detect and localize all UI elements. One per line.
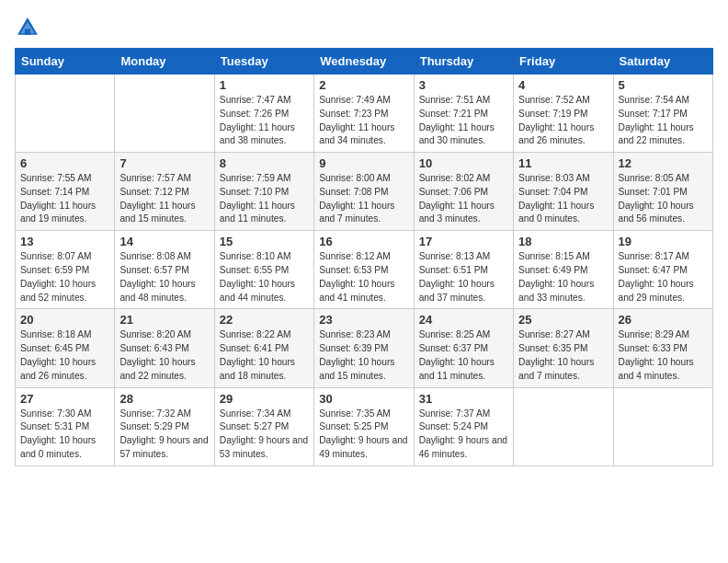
calendar-cell: [613, 387, 712, 465]
day-info: Sunrise: 8:15 AM Sunset: 6:49 PM Dayligh…: [518, 250, 608, 304]
day-number: 24: [419, 313, 508, 327]
day-info: Sunrise: 7:49 AM Sunset: 7:23 PM Dayligh…: [319, 94, 408, 148]
calendar-cell: 14Sunrise: 8:08 AM Sunset: 6:57 PM Dayli…: [115, 231, 214, 309]
day-number: 29: [220, 392, 309, 406]
calendar-cell: 19Sunrise: 8:17 AM Sunset: 6:47 PM Dayli…: [613, 231, 712, 309]
day-info: Sunrise: 7:55 AM Sunset: 7:14 PM Dayligh…: [20, 172, 109, 226]
calendar-cell: 9Sunrise: 8:00 AM Sunset: 7:08 PM Daylig…: [314, 153, 414, 231]
day-number: 5: [619, 78, 708, 92]
calendar-cell: 3Sunrise: 7:51 AM Sunset: 7:21 PM Daylig…: [414, 75, 513, 153]
day-info: Sunrise: 8:27 AM Sunset: 6:35 PM Dayligh…: [518, 328, 608, 383]
day-number: 30: [319, 392, 408, 406]
day-info: Sunrise: 7:30 AM Sunset: 5:31 PM Dayligh…: [20, 408, 109, 462]
calendar-week-row: 20Sunrise: 8:18 AM Sunset: 6:45 PM Dayli…: [16, 309, 713, 387]
day-info: Sunrise: 8:12 AM Sunset: 6:53 PM Dayligh…: [319, 250, 408, 304]
calendar-cell: 30Sunrise: 7:35 AM Sunset: 5:25 PM Dayli…: [314, 387, 414, 465]
calendar-week-row: 27Sunrise: 7:30 AM Sunset: 5:31 PM Dayli…: [16, 387, 713, 465]
day-info: Sunrise: 8:13 AM Sunset: 6:51 PM Dayligh…: [419, 250, 508, 304]
day-number: 2: [319, 78, 408, 92]
day-info: Sunrise: 8:22 AM Sunset: 6:41 PM Dayligh…: [220, 328, 309, 383]
day-number: 19: [619, 235, 708, 248]
calendar-cell: 24Sunrise: 8:25 AM Sunset: 6:37 PM Dayli…: [414, 309, 513, 387]
calendar-week-row: 13Sunrise: 8:07 AM Sunset: 6:59 PM Dayli…: [16, 231, 713, 309]
day-number: 25: [518, 313, 608, 327]
calendar-cell: 18Sunrise: 8:15 AM Sunset: 6:49 PM Dayli…: [514, 231, 613, 309]
day-info: Sunrise: 8:23 AM Sunset: 6:39 PM Dayligh…: [319, 328, 408, 383]
day-number: 7: [119, 156, 209, 170]
calendar-cell: [16, 75, 115, 153]
calendar-cell: 13Sunrise: 8:07 AM Sunset: 6:59 PM Dayli…: [16, 231, 115, 309]
calendar-table: SundayMondayTuesdayWednesdayThursdayFrid…: [15, 48, 713, 466]
day-info: Sunrise: 8:07 AM Sunset: 6:59 PM Dayligh…: [20, 250, 109, 304]
day-number: 4: [518, 78, 608, 92]
header-row: SundayMondayTuesdayWednesdayThursdayFrid…: [16, 49, 713, 75]
calendar-week-row: 6Sunrise: 7:55 AM Sunset: 7:14 PM Daylig…: [16, 153, 713, 231]
calendar-cell: 10Sunrise: 8:02 AM Sunset: 7:06 PM Dayli…: [414, 153, 513, 231]
calendar-cell: 20Sunrise: 8:18 AM Sunset: 6:45 PM Dayli…: [16, 309, 115, 387]
calendar-cell: 7Sunrise: 7:57 AM Sunset: 7:12 PM Daylig…: [115, 153, 214, 231]
day-number: 15: [220, 235, 309, 248]
calendar-header: SundayMondayTuesdayWednesdayThursdayFrid…: [16, 49, 713, 75]
calendar-cell: 31Sunrise: 7:37 AM Sunset: 5:24 PM Dayli…: [414, 387, 513, 465]
day-info: Sunrise: 7:54 AM Sunset: 7:17 PM Dayligh…: [619, 94, 708, 148]
header-cell-thursday: Thursday: [414, 49, 513, 75]
day-info: Sunrise: 7:47 AM Sunset: 7:26 PM Dayligh…: [220, 94, 309, 148]
day-info: Sunrise: 8:17 AM Sunset: 6:47 PM Dayligh…: [619, 250, 708, 304]
day-info: Sunrise: 7:32 AM Sunset: 5:29 PM Dayligh…: [119, 408, 209, 462]
logo-icon: [15, 15, 40, 40]
day-number: 18: [518, 235, 608, 248]
calendar-cell: 25Sunrise: 8:27 AM Sunset: 6:35 PM Dayli…: [514, 309, 613, 387]
day-info: Sunrise: 8:02 AM Sunset: 7:06 PM Dayligh…: [419, 172, 508, 226]
day-info: Sunrise: 8:20 AM Sunset: 6:43 PM Dayligh…: [119, 328, 209, 383]
day-number: 27: [20, 392, 109, 406]
day-number: 17: [419, 235, 508, 248]
day-number: 11: [518, 156, 608, 170]
day-number: 22: [220, 313, 309, 327]
calendar-cell: 15Sunrise: 8:10 AM Sunset: 6:55 PM Dayli…: [214, 231, 313, 309]
day-number: 12: [619, 156, 708, 170]
day-info: Sunrise: 8:03 AM Sunset: 7:04 PM Dayligh…: [518, 172, 608, 226]
calendar-cell: 6Sunrise: 7:55 AM Sunset: 7:14 PM Daylig…: [16, 153, 115, 231]
day-number: 1: [220, 78, 309, 92]
calendar-cell: 8Sunrise: 7:59 AM Sunset: 7:10 PM Daylig…: [214, 153, 313, 231]
day-number: 26: [619, 313, 708, 327]
header-cell-friday: Friday: [514, 49, 613, 75]
day-info: Sunrise: 8:00 AM Sunset: 7:08 PM Dayligh…: [319, 172, 408, 226]
calendar-cell: 12Sunrise: 8:05 AM Sunset: 7:01 PM Dayli…: [613, 153, 712, 231]
day-info: Sunrise: 8:10 AM Sunset: 6:55 PM Dayligh…: [220, 250, 309, 304]
day-info: Sunrise: 8:25 AM Sunset: 6:37 PM Dayligh…: [419, 328, 508, 383]
calendar-cell: 2Sunrise: 7:49 AM Sunset: 7:23 PM Daylig…: [314, 75, 414, 153]
day-info: Sunrise: 8:18 AM Sunset: 6:45 PM Dayligh…: [20, 328, 109, 383]
day-info: Sunrise: 7:35 AM Sunset: 5:25 PM Dayligh…: [319, 408, 408, 462]
header-cell-saturday: Saturday: [613, 49, 712, 75]
day-number: 14: [119, 235, 209, 248]
day-info: Sunrise: 7:59 AM Sunset: 7:10 PM Dayligh…: [220, 172, 309, 226]
calendar-cell: 16Sunrise: 8:12 AM Sunset: 6:53 PM Dayli…: [314, 231, 414, 309]
calendar-cell: 11Sunrise: 8:03 AM Sunset: 7:04 PM Dayli…: [514, 153, 613, 231]
day-info: Sunrise: 7:57 AM Sunset: 7:12 PM Dayligh…: [119, 172, 209, 226]
calendar-week-row: 1Sunrise: 7:47 AM Sunset: 7:26 PM Daylig…: [16, 75, 713, 153]
header-cell-wednesday: Wednesday: [314, 49, 414, 75]
day-number: 16: [319, 235, 408, 248]
calendar-cell: [115, 75, 214, 153]
calendar-cell: 27Sunrise: 7:30 AM Sunset: 5:31 PM Dayli…: [16, 387, 115, 465]
calendar-cell: 22Sunrise: 8:22 AM Sunset: 6:41 PM Dayli…: [214, 309, 313, 387]
calendar-body: 1Sunrise: 7:47 AM Sunset: 7:26 PM Daylig…: [16, 75, 713, 466]
day-number: 10: [419, 156, 508, 170]
calendar-cell: 23Sunrise: 8:23 AM Sunset: 6:39 PM Dayli…: [314, 309, 414, 387]
page-header: [15, 15, 713, 40]
calendar-cell: 4Sunrise: 7:52 AM Sunset: 7:19 PM Daylig…: [514, 75, 613, 153]
calendar-cell: 21Sunrise: 8:20 AM Sunset: 6:43 PM Dayli…: [115, 309, 214, 387]
day-info: Sunrise: 7:51 AM Sunset: 7:21 PM Dayligh…: [419, 94, 508, 148]
day-number: 8: [220, 156, 309, 170]
calendar-cell: 17Sunrise: 8:13 AM Sunset: 6:51 PM Dayli…: [414, 231, 513, 309]
day-number: 6: [20, 156, 109, 170]
calendar-cell: [514, 387, 613, 465]
day-info: Sunrise: 8:05 AM Sunset: 7:01 PM Dayligh…: [619, 172, 708, 226]
day-number: 13: [20, 235, 109, 248]
day-info: Sunrise: 7:34 AM Sunset: 5:27 PM Dayligh…: [220, 408, 309, 462]
svg-rect-2: [25, 29, 30, 35]
day-number: 20: [20, 313, 109, 327]
header-cell-sunday: Sunday: [16, 49, 115, 75]
calendar-cell: 28Sunrise: 7:32 AM Sunset: 5:29 PM Dayli…: [115, 387, 214, 465]
